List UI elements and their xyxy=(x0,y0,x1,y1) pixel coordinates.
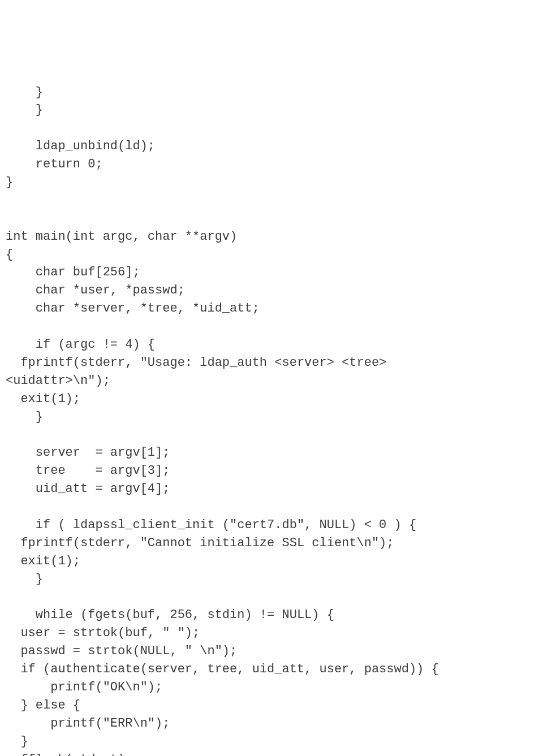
code-listing: } } ldap_unbind(ld); return 0; } int mai… xyxy=(6,84,532,756)
